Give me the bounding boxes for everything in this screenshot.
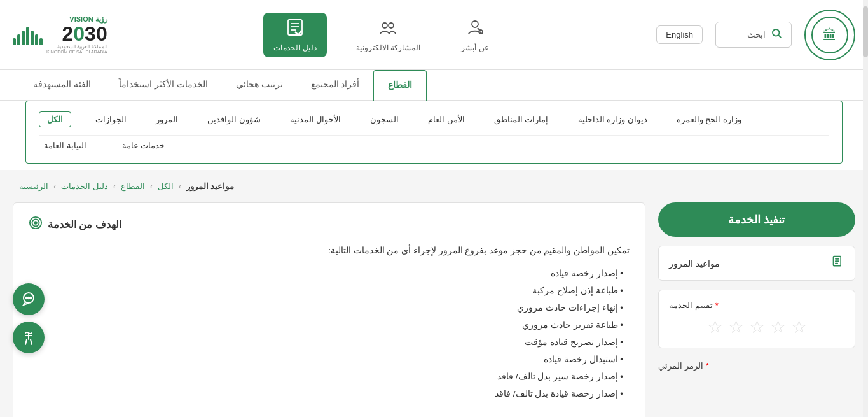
list-item: استبدال رخصة قيادة (29, 351, 630, 368)
rating-label-text: تقييم الخدمة (669, 300, 713, 310)
search-icon (771, 27, 782, 42)
language-button[interactable]: English (656, 25, 703, 44)
header-right: 🏛 ابحث English (656, 10, 855, 60)
section-title-text: الهدف من الخدمة (48, 218, 121, 230)
star-3[interactable]: ☆ (749, 316, 765, 337)
breadcrumb-sep-4: › (179, 182, 181, 191)
vision-bars-icon (13, 25, 43, 45)
cat-prisons[interactable]: السجون (365, 112, 404, 127)
list-item: طباعة إذن إصلاح مركبة (29, 282, 630, 299)
breadcrumb-guide[interactable]: دليل الخدمات (61, 181, 108, 191)
svg-point-22 (30, 297, 31, 299)
cat-public-security[interactable]: الأمن العام (423, 112, 470, 127)
nav-service-guide[interactable]: دليل الخدمات (263, 13, 326, 57)
cat-civil-affairs[interactable]: الأحوال المدنية (285, 112, 347, 127)
category-filter: وزارة الحج والعمرة ديوان وزارة الداخلية … (25, 101, 843, 164)
tab-target[interactable]: الفئة المستهدفة (19, 70, 105, 100)
guide-icon (286, 18, 305, 41)
vision-2030-logo: رؤية VISION 2030 المملكة العربية السعودي… (13, 15, 107, 54)
captcha-label-text: الرمز المرئي (658, 361, 703, 371)
cat-all[interactable]: الكل (39, 111, 71, 127)
scrollbar[interactable] (863, 0, 868, 417)
search-box[interactable]: ابحث (715, 22, 792, 48)
svg-line-3 (778, 35, 780, 37)
cat-general-services[interactable]: خدمات عامة (117, 138, 170, 153)
rating-required-star: * (715, 300, 719, 310)
search-label: ابحث (747, 30, 766, 39)
tab-sector[interactable]: القطاع (373, 70, 427, 101)
floating-buttons (13, 283, 45, 353)
nav-participation-label: المشاركة الالكترونية (356, 43, 420, 52)
svg-point-18 (34, 222, 37, 224)
star-5[interactable]: ☆ (707, 316, 723, 337)
list-item: إنهاء إجراءات حادث مروري (29, 299, 630, 316)
cat-expatriates[interactable]: شؤون الوافدين (202, 112, 266, 127)
about-icon (465, 18, 485, 41)
list-item: إصدار رخصة سير بدل تالف/ فاقد (29, 368, 630, 385)
header-nav: عن أبشر المشاركة الالكترونية (263, 13, 500, 57)
content-area: الهدف من الخدمة تمكين المواطن والمقيم من… (13, 202, 645, 417)
main-content: تنفيذ الخدمة مواعيد المرور * تقييم الخدم… (0, 202, 868, 417)
execute-service-button[interactable]: تنفيذ الخدمة (658, 202, 855, 237)
sidebar: تنفيذ الخدمة مواعيد المرور * تقييم الخدم… (658, 202, 855, 417)
star-4[interactable]: ☆ (728, 316, 744, 337)
kingdom-label: KINGDOM OF SAUDI ARABIA (46, 50, 107, 54)
stars-row: ☆ ☆ ☆ ☆ ☆ (669, 316, 844, 337)
svg-point-4 (472, 21, 478, 27)
tab-community[interactable]: أفراد المجتمع (297, 70, 374, 100)
star-2[interactable]: ☆ (770, 316, 786, 337)
document-icon (832, 255, 844, 271)
chat-button[interactable] (13, 283, 45, 315)
cat-interior[interactable]: ديوان وزارة الداخلية (573, 112, 652, 127)
svg-point-7 (389, 23, 394, 28)
description-text: تمكين المواطن والمقيم من حجز موعد بفروع … (29, 243, 630, 258)
cat-emirates[interactable]: إمارات المناطق (489, 112, 554, 127)
logo: 🏛 (804, 10, 855, 60)
scrollbar-thumb[interactable] (863, 6, 868, 57)
breadcrumb: مواعيد المرور › الكل › القطاع › دليل الخ… (0, 170, 868, 202)
cat-hajj[interactable]: وزارة الحج والعمرة (672, 112, 747, 127)
star-1[interactable]: ☆ (791, 316, 807, 337)
service-name-label: مواعيد المرور (669, 258, 720, 269)
captcha-required-star: * (706, 361, 709, 371)
nav-about[interactable]: عن أبشر (450, 13, 500, 57)
tab-sort[interactable]: ترتيب هجائي (222, 70, 297, 100)
list-item: طباعة تقرير حادث مروري (29, 316, 630, 334)
nav-guide-label: دليل الخدمات (273, 43, 316, 52)
header: 🏛 ابحث English ع (0, 0, 868, 70)
cat-public-prosecution[interactable]: النيابة العامة (39, 138, 92, 153)
breadcrumb-sector[interactable]: القطاع (121, 181, 145, 191)
breadcrumb-sep-1: › (53, 182, 56, 191)
breadcrumb-sep-3: › (150, 182, 153, 191)
cat-traffic[interactable]: المرور (151, 112, 183, 127)
breadcrumb-home[interactable]: الرئيسية (19, 181, 48, 191)
svg-point-6 (382, 23, 387, 28)
rating-section: * تقييم الخدمة ☆ ☆ ☆ ☆ ☆ (658, 290, 855, 348)
accessibility-button[interactable] (13, 322, 45, 353)
captcha-label: * الرمز المرئي (658, 361, 855, 371)
list-item: إصدار رخصة قيادة بدل تالف/ فاقد (29, 385, 630, 402)
cat-passports[interactable]: الجوازات (90, 112, 132, 127)
breadcrumb-sep-2: › (113, 182, 116, 191)
list-item: إصدار تصريح قيادة مؤقت (29, 334, 630, 351)
breadcrumb-current: مواعيد المرور (186, 181, 235, 191)
svg-text:🏛: 🏛 (823, 27, 837, 43)
bullet-list: إصدار رخصة قيادة طباعة إذن إصلاح مركبة إ… (29, 265, 630, 402)
nav-about-label: عن أبشر (461, 43, 488, 52)
tabs-row: القطاع أفراد المجتمع ترتيب هجائي الخدمات… (0, 70, 868, 101)
participation-icon (378, 18, 397, 41)
service-name-box: مواعيد المرور (658, 246, 855, 281)
tab-most-used[interactable]: الخدمات الأكثر استخداماً (105, 70, 222, 100)
section-title: الهدف من الخدمة (29, 216, 630, 233)
list-item: إصدار رخصة قيادة (29, 265, 630, 282)
nav-participation[interactable]: المشاركة الالكترونية (346, 13, 431, 57)
target-icon (29, 216, 43, 233)
breadcrumb-all[interactable]: الكل (158, 181, 174, 191)
